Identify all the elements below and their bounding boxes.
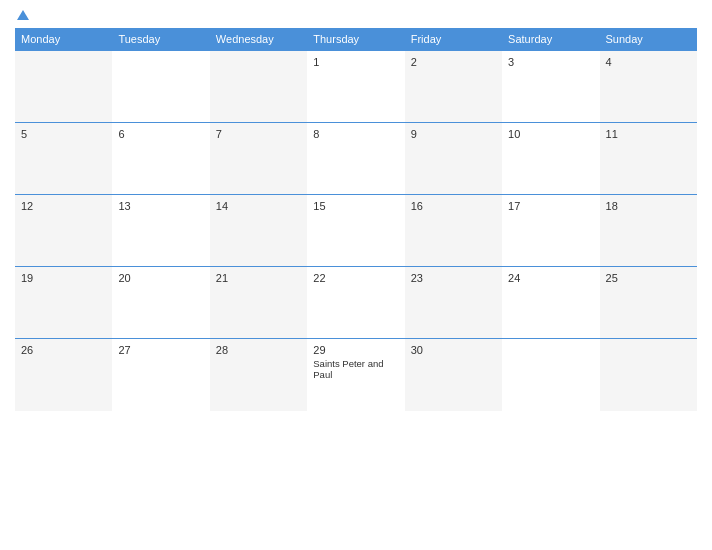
- calendar-table: MondayTuesdayWednesdayThursdayFridaySatu…: [15, 28, 697, 411]
- day-of-week-header: Tuesday: [112, 28, 209, 51]
- calendar-cell: 24: [502, 267, 599, 339]
- calendar-cell: [210, 51, 307, 123]
- calendar-week-row: 12131415161718: [15, 195, 697, 267]
- day-number: 17: [508, 200, 593, 212]
- day-number: 10: [508, 128, 593, 140]
- day-number: 30: [411, 344, 496, 356]
- day-number: 2: [411, 56, 496, 68]
- calendar-cell: 7: [210, 123, 307, 195]
- day-number: 3: [508, 56, 593, 68]
- day-number: 15: [313, 200, 398, 212]
- day-number: 18: [606, 200, 691, 212]
- calendar-cell: 4: [600, 51, 697, 123]
- day-number: 23: [411, 272, 496, 284]
- calendar-week-row: 26272829Saints Peter and Paul30: [15, 339, 697, 411]
- day-number: 26: [21, 344, 106, 356]
- calendar-cell: 12: [15, 195, 112, 267]
- day-number: 27: [118, 344, 203, 356]
- calendar-cell: 20: [112, 267, 209, 339]
- calendar-cell: 10: [502, 123, 599, 195]
- logo-triangle-icon: [17, 10, 29, 20]
- calendar-page: MondayTuesdayWednesdayThursdayFridaySatu…: [0, 0, 712, 550]
- calendar-cell: 26: [15, 339, 112, 411]
- day-number: 8: [313, 128, 398, 140]
- calendar-cell: 21: [210, 267, 307, 339]
- calendar-cell: 2: [405, 51, 502, 123]
- calendar-cell: [112, 51, 209, 123]
- calendar-cell: 23: [405, 267, 502, 339]
- calendar-cell: 25: [600, 267, 697, 339]
- calendar-cell: 19: [15, 267, 112, 339]
- day-number: 25: [606, 272, 691, 284]
- day-number: 9: [411, 128, 496, 140]
- calendar-cell: 15: [307, 195, 404, 267]
- day-number: 13: [118, 200, 203, 212]
- calendar-cell: 3: [502, 51, 599, 123]
- day-number: 29: [313, 344, 398, 356]
- calendar-cell: 22: [307, 267, 404, 339]
- day-number: 6: [118, 128, 203, 140]
- calendar-cell: 14: [210, 195, 307, 267]
- calendar-cell: [15, 51, 112, 123]
- holiday-label: Saints Peter and Paul: [313, 358, 398, 380]
- calendar-cell: [502, 339, 599, 411]
- day-number: 12: [21, 200, 106, 212]
- calendar-cell: 29Saints Peter and Paul: [307, 339, 404, 411]
- day-number: 24: [508, 272, 593, 284]
- day-of-week-header: Monday: [15, 28, 112, 51]
- day-number: 22: [313, 272, 398, 284]
- day-number: 21: [216, 272, 301, 284]
- calendar-cell: 1: [307, 51, 404, 123]
- logo: [15, 10, 29, 20]
- calendar-cell: [600, 339, 697, 411]
- day-of-week-header: Friday: [405, 28, 502, 51]
- calendar-week-row: 567891011: [15, 123, 697, 195]
- day-number: 14: [216, 200, 301, 212]
- day-number: 7: [216, 128, 301, 140]
- day-of-week-header: Thursday: [307, 28, 404, 51]
- calendar-cell: 5: [15, 123, 112, 195]
- day-number: 1: [313, 56, 398, 68]
- calendar-cell: 16: [405, 195, 502, 267]
- day-number: 11: [606, 128, 691, 140]
- header: [15, 10, 697, 20]
- calendar-header-row: MondayTuesdayWednesdayThursdayFridaySatu…: [15, 28, 697, 51]
- calendar-cell: 28: [210, 339, 307, 411]
- day-of-week-header: Wednesday: [210, 28, 307, 51]
- calendar-cell: 30: [405, 339, 502, 411]
- calendar-cell: 6: [112, 123, 209, 195]
- calendar-cell: 9: [405, 123, 502, 195]
- calendar-cell: 18: [600, 195, 697, 267]
- calendar-cell: 27: [112, 339, 209, 411]
- day-of-week-header: Sunday: [600, 28, 697, 51]
- day-number: 20: [118, 272, 203, 284]
- calendar-cell: 11: [600, 123, 697, 195]
- calendar-cell: 17: [502, 195, 599, 267]
- calendar-cell: 13: [112, 195, 209, 267]
- calendar-cell: 8: [307, 123, 404, 195]
- day-number: 28: [216, 344, 301, 356]
- day-number: 19: [21, 272, 106, 284]
- day-of-week-header: Saturday: [502, 28, 599, 51]
- calendar-week-row: 1234: [15, 51, 697, 123]
- day-number: 16: [411, 200, 496, 212]
- day-number: 5: [21, 128, 106, 140]
- day-number: 4: [606, 56, 691, 68]
- calendar-week-row: 19202122232425: [15, 267, 697, 339]
